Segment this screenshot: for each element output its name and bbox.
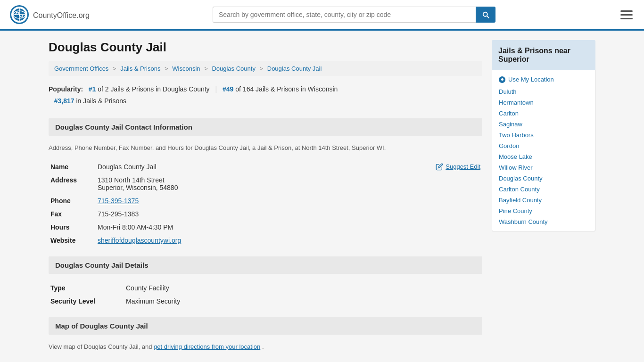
hamburger-menu-button[interactable] <box>619 8 635 21</box>
security-value: Maximum Security <box>124 295 482 308</box>
table-row: Phone 715-395-1375 <box>49 194 482 207</box>
list-item: Moose Lake <box>499 153 588 160</box>
address-value: 1310 North 14th Street Superior, Wiscons… <box>96 173 482 194</box>
table-row: Address 1310 North 14th Street Superior,… <box>49 173 482 194</box>
website-label: Website <box>49 234 96 247</box>
popularity-rank3-text: in Jails & Prisons <box>76 97 126 105</box>
breadcrumb-link-douglas[interactable]: Douglas County <box>212 65 256 72</box>
breadcrumb-sep: > <box>113 65 116 72</box>
breadcrumb-link-current[interactable]: Douglas County Jail <box>267 65 322 72</box>
popularity-rank2: #49 <box>223 85 233 93</box>
breadcrumb-link-gov[interactable]: Government Offices <box>54 65 108 72</box>
breadcrumb-sep: > <box>260 65 264 72</box>
sidebar-link-6[interactable]: Moose Lake <box>499 153 532 160</box>
sidebar-link-8[interactable]: Douglas County <box>499 175 543 182</box>
menu-line <box>620 14 633 16</box>
address-label: Address <box>49 173 96 194</box>
table-row: Fax 715-295-1383 <box>49 207 482 221</box>
hours-value: Mon-Fri 8:00 AM-4:30 PM <box>96 221 482 234</box>
sidebar-link-10[interactable]: Bayfield County <box>499 197 542 204</box>
popularity-rank2-text: of 164 Jails & Prisons in Wisconsin <box>235 85 338 93</box>
breadcrumb-sep: > <box>165 65 168 72</box>
popularity-rank1-text: of 2 Jails & Prisons in Douglas County <box>98 85 209 93</box>
list-item: Carlton <box>499 109 588 117</box>
location-dot-icon <box>499 76 505 83</box>
details-section: Douglas County Jail Details Type County … <box>49 256 482 308</box>
main-container: Douglas County Jail Government Offices >… <box>39 31 605 362</box>
menu-line <box>620 18 633 19</box>
list-item: Two Harbors <box>499 131 588 139</box>
list-item: Bayfield County <box>499 196 588 204</box>
list-item: Saginaw <box>499 120 588 128</box>
popularity-section: Popularity: #1 of 2 Jails & Prisons in D… <box>49 83 482 107</box>
sidebar-link-2[interactable]: Carlton <box>499 110 519 117</box>
edit-icon <box>436 163 443 171</box>
list-item: Gordon <box>499 142 588 149</box>
contact-info-table: Name Douglas County Jail Suggest Edit <box>49 160 482 247</box>
breadcrumb-link-jails[interactable]: Jails & Prisons <box>120 65 160 72</box>
driving-directions-link[interactable]: get driving directions from your locatio… <box>154 343 260 350</box>
sidebar-link-11[interactable]: Pine County <box>499 207 532 214</box>
type-value: County Facility <box>124 281 482 295</box>
breadcrumb-link-wi[interactable]: Wisconsin <box>172 65 200 72</box>
list-item: Carlton County <box>499 185 588 193</box>
use-my-location-button[interactable]: Use My Location <box>499 76 554 83</box>
page-title: Douglas County Jail <box>49 40 482 55</box>
contact-description: Address, Phone Number, Fax Number, and H… <box>49 143 482 153</box>
logo-text: CountyOffice.org <box>33 9 90 20</box>
list-item: Pine County <box>499 207 588 214</box>
popularity-rank3: #3,817 <box>54 97 74 105</box>
contact-section-header: Douglas County Jail Contact Information <box>49 118 482 136</box>
table-row: Website sheriffofdouglascountywi.org <box>49 234 482 247</box>
phone-label: Phone <box>49 194 96 207</box>
details-section-header: Douglas County Jail Details <box>49 256 482 274</box>
website-link[interactable]: sheriffofdouglascountywi.org <box>98 237 181 244</box>
type-label: Type <box>49 281 124 295</box>
sidebar-content: Use My Location DuluthHermantownCarltonS… <box>492 70 595 231</box>
fax-label: Fax <box>49 207 96 221</box>
breadcrumb: Government Offices > Jails & Prisons > W… <box>49 61 482 76</box>
sidebar-link-3[interactable]: Saginaw <box>499 121 522 128</box>
logo-area: CountyOffice.org <box>9 5 90 25</box>
sidebar-link-12[interactable]: Washburn County <box>499 218 548 225</box>
nearby-locations-list: DuluthHermantownCarltonSaginawTwo Harbor… <box>499 88 588 225</box>
table-row: Type County Facility <box>49 281 482 295</box>
site-header: CountyOffice.org <box>0 0 644 31</box>
content-area: Douglas County Jail Government Offices >… <box>49 40 482 361</box>
details-table: Type County Facility Security Level Maxi… <box>49 281 482 308</box>
map-section-header: Map of Douglas County Jail <box>49 317 482 335</box>
list-item: Duluth <box>499 88 588 95</box>
phone-link[interactable]: 715-395-1375 <box>98 197 139 205</box>
search-input[interactable] <box>213 7 476 23</box>
suggest-edit-link[interactable]: Suggest Edit <box>436 163 480 171</box>
map-section: Map of Douglas County Jail View map of D… <box>49 317 482 352</box>
list-item: Douglas County <box>499 174 588 182</box>
table-row: Name Douglas County Jail Suggest Edit <box>49 160 482 173</box>
name-label: Name <box>49 160 96 173</box>
sidebar-link-5[interactable]: Gordon <box>499 142 519 149</box>
sidebar-link-9[interactable]: Carlton County <box>499 186 540 193</box>
sidebar-link-4[interactable]: Two Harbors <box>499 132 534 139</box>
security-label: Security Level <box>49 295 124 308</box>
table-row: Hours Mon-Fri 8:00 AM-4:30 PM <box>49 221 482 234</box>
sidebar-link-0[interactable]: Duluth <box>499 88 517 95</box>
map-description: View map of Douglas County Jail, and get… <box>49 342 482 352</box>
list-item: Washburn County <box>499 218 588 225</box>
sidebar: Jails & Prisons near Superior Use My Loc… <box>492 40 595 361</box>
search-button[interactable] <box>476 7 495 23</box>
table-row: Security Level Maximum Security <box>49 295 482 308</box>
contact-section: Douglas County Jail Contact Information … <box>49 118 482 247</box>
sidebar-link-1[interactable]: Hermantown <box>499 99 534 106</box>
name-value: Douglas County Jail Suggest Edit <box>96 160 482 173</box>
list-item: Hermantown <box>499 99 588 106</box>
list-item: Willow River <box>499 164 588 171</box>
search-area <box>213 7 495 23</box>
sidebar-header: Jails & Prisons near Superior <box>492 40 595 70</box>
popularity-label: Popularity: <box>49 85 83 93</box>
menu-line <box>620 10 633 12</box>
breadcrumb-sep: > <box>204 65 208 72</box>
hours-label: Hours <box>49 221 96 234</box>
logo-icon <box>9 5 29 25</box>
fax-value: 715-295-1383 <box>96 207 482 221</box>
sidebar-link-7[interactable]: Willow River <box>499 164 533 171</box>
